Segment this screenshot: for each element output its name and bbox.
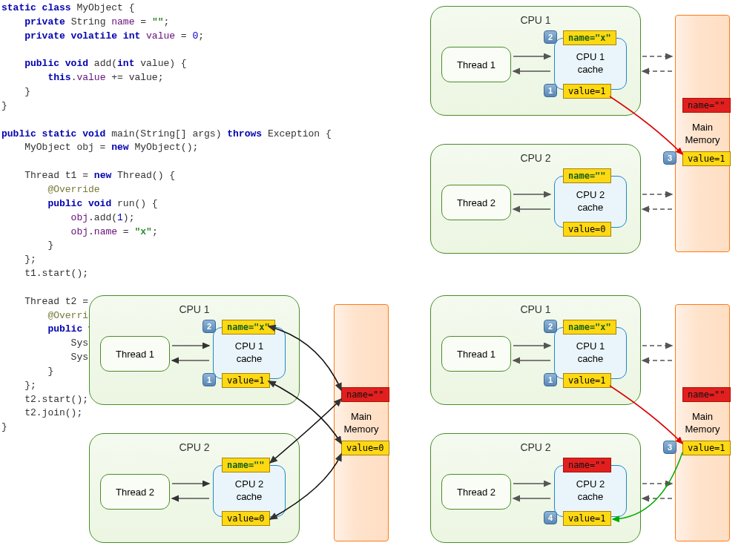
cpu1-block: CPU 1 Thread 1 CPU 1cache name="x" value… xyxy=(430,6,641,116)
name-empty-tag: name="" xyxy=(563,168,611,183)
name-x: name="x" xyxy=(222,320,275,335)
cpu1-block: CPU 1 Thread 1 CPU 1cache name="x" value… xyxy=(89,295,300,405)
mem-value: value=0 xyxy=(341,441,389,455)
diagram-bottom-right: CPU 1 Thread 1 CPU 1cache name="x" value… xyxy=(430,295,742,560)
mem-name: name="" xyxy=(682,387,731,402)
value-1-tag: value=1 xyxy=(563,84,611,99)
step-1: 1 xyxy=(544,84,557,97)
name-x-tag: name="x" xyxy=(563,30,616,45)
name-empty-red: name="" xyxy=(563,458,611,472)
value-1: value=1 xyxy=(563,373,611,388)
name-empty: name="" xyxy=(222,458,270,472)
value-0: value=0 xyxy=(222,511,270,526)
thread2-box: Thread 2 xyxy=(441,185,511,220)
cpu2-block: CPU 2 Thread 2 CPU 2cache name="" value=… xyxy=(430,144,641,254)
mem-value: value=1 xyxy=(682,441,731,455)
step-3: 3 xyxy=(663,441,676,454)
cpu1-label: CPU 1 xyxy=(520,14,550,26)
cpu2-block: CPU 2 Thread 2 CPU 2cache name="" value=… xyxy=(89,433,300,543)
step-3: 3 xyxy=(663,151,676,165)
mem-name: name="" xyxy=(341,387,389,402)
main-memory-label: MainMemory xyxy=(675,122,730,147)
value-1-cpu2: value=1 xyxy=(563,511,611,526)
mem-name: name="" xyxy=(682,98,731,113)
cpu1-cache: CPU 1cache xyxy=(554,38,627,90)
mem-value: value=1 xyxy=(682,151,731,166)
diagram-bottom-left: CPU 1 Thread 1 CPU 1cache name="x" value… xyxy=(89,295,401,560)
name-x: name="x" xyxy=(563,320,616,335)
cpu1-block: CPU 1 Thread 1 CPU 1cache name="x" value… xyxy=(430,295,641,405)
thread1-box: Thread 1 xyxy=(441,47,511,82)
cpu2-label: CPU 2 xyxy=(520,152,550,164)
value-1: value=1 xyxy=(222,373,270,388)
step-2: 2 xyxy=(544,30,557,44)
diagram-top-right: CPU 1 Thread 1 CPU 1cache name="x" value… xyxy=(430,6,742,273)
cpu2-cache: CPU 2cache xyxy=(554,176,627,228)
value-0-tag: value=0 xyxy=(563,222,611,237)
cpu2-block: CPU 2 Thread 2 CPU 2cache name="" value=… xyxy=(430,433,641,543)
